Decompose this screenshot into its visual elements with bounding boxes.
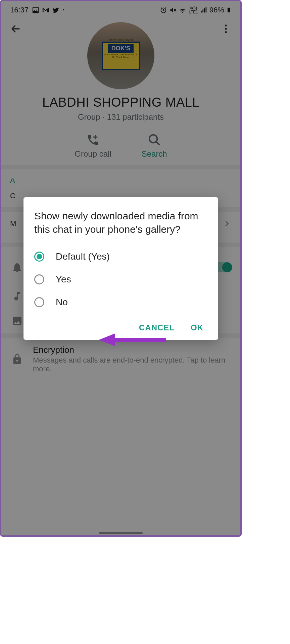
radio-label-default: Default (Yes) — [56, 251, 110, 262]
annotation-arrow — [99, 331, 166, 350]
svg-marker-9 — [99, 333, 115, 346]
radio-label-no: No — [56, 297, 68, 308]
radio-icon-selected — [34, 252, 44, 262]
radio-option-default[interactable]: Default (Yes) — [34, 245, 207, 268]
media-visibility-dialog: Show newly downloaded media from this ch… — [23, 197, 218, 340]
radio-label-yes: Yes — [56, 274, 71, 285]
dialog-overlay: Show newly downloaded media from this ch… — [1, 1, 240, 535]
dialog-title: Show newly downloaded media from this ch… — [34, 209, 207, 236]
cancel-button[interactable]: CANCEL — [139, 323, 175, 332]
radio-icon — [34, 274, 44, 284]
radio-option-no[interactable]: No — [34, 291, 207, 314]
radio-icon — [34, 297, 44, 307]
radio-option-yes[interactable]: Yes — [34, 268, 207, 291]
ok-button[interactable]: OK — [191, 323, 203, 332]
